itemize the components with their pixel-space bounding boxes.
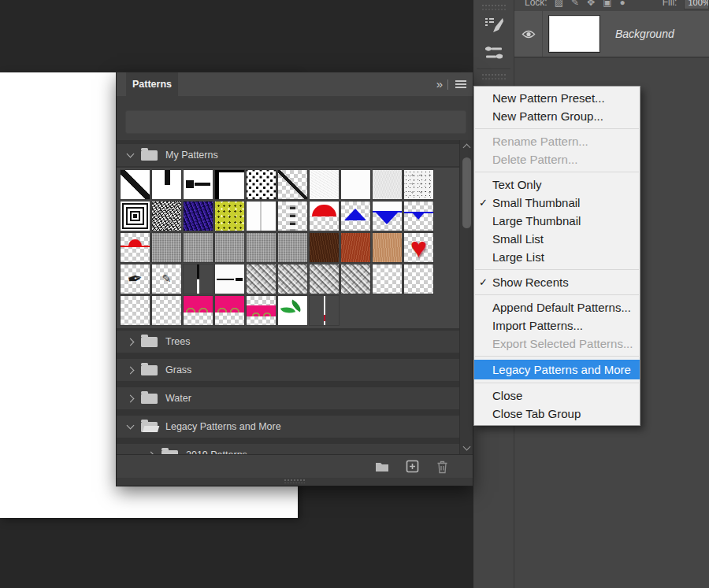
- pattern-swatch-pink-arcs[interactable]: [215, 296, 244, 325]
- pattern-swatch-noise-speck[interactable]: [404, 170, 433, 199]
- pattern-swatch-vertical-bar[interactable]: [152, 170, 181, 199]
- panel-flyout-menu-icon[interactable]: [455, 83, 466, 85]
- new-group-folder-icon[interactable]: [375, 460, 389, 474]
- pattern-swatch-paper-white[interactable]: [310, 170, 339, 199]
- pattern-swatch-swatch-tan[interactable]: [373, 233, 402, 262]
- dock-gripper[interactable]: [482, 74, 506, 80]
- pattern-swatch-fabric-gray[interactable]: [278, 233, 307, 262]
- pattern-swatch-diagonal-line[interactable]: [121, 170, 150, 199]
- chevron-down-icon[interactable]: [127, 150, 135, 158]
- pattern-swatch-heart-red[interactable]: [404, 233, 433, 262]
- menu-item-close-tab-group[interactable]: Close Tab Group: [474, 405, 640, 423]
- pattern-swatch-paper-plain[interactable]: [341, 170, 370, 199]
- pattern-swatch-red-dome-small[interactable]: [121, 233, 150, 262]
- tab-patterns[interactable]: Patterns: [126, 72, 178, 96]
- menu-item-legacy-patterns-and-more[interactable]: Legacy Patterns and More: [474, 360, 640, 379]
- fill-value[interactable]: 100%: [684, 0, 709, 9]
- pattern-swatch-weave-gray[interactable]: [247, 264, 276, 294]
- pattern-swatch-concentric-squares[interactable]: [121, 202, 150, 231]
- tabbar-separator: [447, 80, 448, 90]
- pattern-swatch-line-horizontal[interactable]: [215, 264, 244, 294]
- menu-item-large-list[interactable]: Large List: [474, 248, 640, 266]
- pattern-swatch-thread-line[interactable]: [310, 296, 339, 325]
- dock-gripper[interactable]: [482, 5, 506, 10]
- menu-item-text-only[interactable]: Text Only: [474, 176, 640, 194]
- chevron-right-icon[interactable]: [127, 366, 135, 374]
- lock-artboard-icon[interactable]: ▣: [603, 0, 611, 7]
- lock-all-icon[interactable]: ●: [620, 0, 625, 7]
- pattern-swatch-swatch-rust[interactable]: [341, 233, 370, 262]
- pattern-swatch-framed-square[interactable]: [215, 170, 244, 199]
- visibility-toggle[interactable]: [514, 11, 543, 57]
- pattern-swatch-fabric-gray[interactable]: [247, 233, 276, 262]
- scrollbar[interactable]: [459, 140, 473, 454]
- menu-item-import-patterns[interactable]: Import Patterns...: [474, 316, 640, 335]
- pattern-group-grass[interactable]: Grass: [117, 359, 459, 381]
- pattern-group-water[interactable]: Water: [117, 387, 459, 409]
- brush-settings-panel-icon[interactable]: [481, 13, 507, 37]
- search-input[interactable]: [125, 110, 466, 134]
- menu-item-new-pattern-group[interactable]: New Pattern Group...: [474, 107, 640, 125]
- pattern-group-trees[interactable]: Trees: [117, 331, 459, 353]
- pattern-swatch-leaves-green[interactable]: [278, 296, 307, 325]
- menu-separator: [475, 294, 639, 295]
- pattern-swatch-line-vertical-faint[interactable]: [247, 202, 276, 231]
- pattern-swatch-checker[interactable]: [121, 296, 150, 325]
- pattern-group-my-patterns[interactable]: My Patterns: [117, 144, 459, 166]
- chevron-right-icon[interactable]: [127, 338, 135, 346]
- pattern-swatch-fabric-gray[interactable]: [152, 233, 181, 262]
- pattern-swatch-tri-up-blue[interactable]: [341, 202, 370, 231]
- pattern-swatch-fabric-gray[interactable]: [215, 233, 244, 262]
- pattern-swatch-tri-line-blue[interactable]: [404, 202, 433, 231]
- lock-transparent-pixels-icon[interactable]: ▨: [555, 0, 563, 7]
- pattern-swatch-pen-small[interactable]: [152, 264, 181, 294]
- layer-name[interactable]: Background: [615, 28, 674, 40]
- layer-thumbnail[interactable]: [550, 17, 599, 51]
- pattern-swatch-dashes-vertical[interactable]: [278, 202, 307, 231]
- pattern-swatch-texture-yellow[interactable]: [215, 202, 244, 231]
- pattern-swatch-polka-dots[interactable]: [247, 170, 276, 199]
- pattern-swatch-red-dome[interactable]: [310, 202, 339, 231]
- pattern-group-legacy-patterns-and-more[interactable]: Legacy Patterns and More: [117, 416, 459, 438]
- menu-item-small-thumbnail[interactable]: ✓Small Thumbnail: [474, 194, 640, 212]
- layer-row-background[interactable]: Background: [514, 11, 709, 57]
- pattern-swatch-square-dash[interactable]: [184, 170, 213, 199]
- lock-position-icon[interactable]: ✥: [587, 0, 595, 7]
- pattern-swatch-pink-arc-small[interactable]: [247, 296, 276, 325]
- pattern-swatch-pink-arcs[interactable]: [184, 296, 213, 325]
- menu-item-close[interactable]: Close: [474, 386, 640, 405]
- chevron-down-icon[interactable]: [127, 422, 135, 430]
- pattern-group-2019-patterns[interactable]: 2019 Patterns: [117, 444, 459, 454]
- scrollbar-thumb[interactable]: [462, 157, 471, 228]
- collapse-to-icons-icon[interactable]: »: [436, 79, 442, 90]
- panel-resize-gripper[interactable]: [284, 479, 305, 483]
- scroll-up-icon[interactable]: [463, 144, 471, 152]
- pattern-swatch-tri-down-blue[interactable]: [373, 202, 402, 231]
- panel-resize-strip[interactable]: [117, 478, 473, 486]
- menu-item-small-list[interactable]: Small List: [474, 230, 640, 248]
- pattern-swatch-fabric-gray[interactable]: [184, 233, 213, 262]
- pattern-swatch-checker[interactable]: [152, 296, 181, 325]
- pattern-swatch-weave-gray[interactable]: [278, 264, 307, 294]
- pattern-swatch-scribble-bw[interactable]: [152, 202, 181, 231]
- pattern-swatch-paper-gray[interactable]: [373, 170, 402, 199]
- pattern-swatch-pixel-diagonal[interactable]: [278, 170, 307, 199]
- pattern-swatch-checker[interactable]: [404, 264, 433, 294]
- pattern-swatch-pen-nib[interactable]: [121, 264, 150, 294]
- new-pattern-icon[interactable]: [405, 460, 419, 474]
- pattern-swatch-line-vertical-bold[interactable]: [184, 264, 213, 294]
- pattern-swatch-swatch-darkbrown[interactable]: [310, 233, 339, 262]
- chevron-right-icon[interactable]: [127, 394, 135, 402]
- pattern-swatch-texture-purple[interactable]: [184, 202, 213, 231]
- delete-icon[interactable]: [435, 460, 449, 474]
- menu-item-new-pattern-preset[interactable]: New Pattern Preset...: [474, 89, 640, 107]
- menu-item-large-thumbnail[interactable]: Large Thumbnail: [474, 212, 640, 230]
- lock-image-pixels-icon[interactable]: ✎: [571, 0, 579, 7]
- pattern-swatch-weave-gray[interactable]: [341, 264, 370, 294]
- menu-item-show-recents[interactable]: ✓Show Recents: [474, 273, 640, 291]
- scroll-down-icon[interactable]: [463, 443, 471, 451]
- pattern-swatch-weave-gray[interactable]: [310, 264, 339, 294]
- brushes-panel-icon[interactable]: [481, 40, 507, 64]
- menu-item-append-default-patterns[interactable]: Append Default Patterns...: [474, 298, 640, 316]
- pattern-swatch-checker[interactable]: [373, 264, 402, 294]
